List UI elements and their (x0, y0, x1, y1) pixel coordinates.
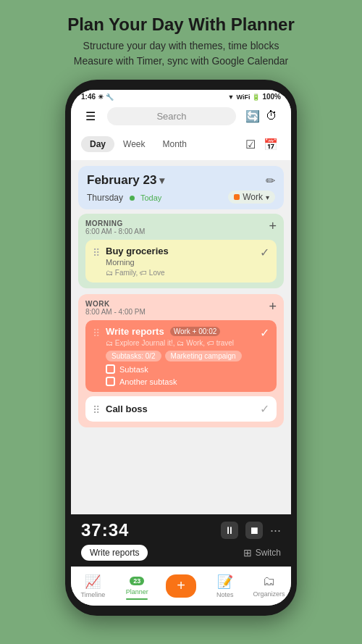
subtask-checkbox-1[interactable] (106, 364, 115, 374)
timer-stop-button[interactable]: ⏹ (245, 522, 263, 539)
switch-icon: ⊞ (243, 547, 252, 559)
date-header: February 23 ▾ ✏ Thursday Today Work ▾ (78, 166, 284, 209)
timer-badge: Work + 00:02 (170, 327, 221, 336)
calendar-sync-icon[interactable]: 📅 (261, 134, 281, 154)
nav-item-organizers[interactable]: 🗂 Organizers (251, 574, 287, 598)
scroll-content: February 23 ▾ ✏ Thursday Today Work ▾ (71, 160, 291, 514)
write-reports-row: ⠿ Write reports Work + 00:02 🗂 Explore J… (93, 326, 269, 386)
subtask-item-1: Subtask (106, 364, 254, 374)
work-dot-icon (234, 194, 240, 200)
timer-bar: 37:34 ⏸ ⏹ ··· (71, 514, 291, 543)
write-reports-title[interactable]: Write reports (106, 326, 164, 337)
nav-item-planner[interactable]: 23 Planner (119, 572, 155, 600)
drag-handle-icon-2[interactable]: ⠿ (93, 327, 100, 339)
wifi-icon: WiFi (237, 93, 251, 101)
timer-icon[interactable]: ⏱ (262, 106, 281, 125)
call-boss-check[interactable]: ✓ (260, 402, 269, 416)
morning-section: MORNING 6:00 AM - 8:00 AM + ⠿ Buy grocer… (78, 214, 284, 288)
top-nav: ☰ Search 🔄 ⏱ (71, 102, 291, 131)
planner-badge: 23 (130, 577, 144, 585)
timer-task-row: Write reports ⊞ Switch (71, 543, 291, 566)
work-section-info: WORK 8:00 AM - 4:00 PM (85, 300, 146, 316)
search-bar[interactable]: Search (107, 107, 236, 125)
checklist-icon[interactable]: ☑ (240, 134, 261, 154)
date-chevron-icon[interactable]: ▾ (159, 175, 164, 186)
tab-week[interactable]: Week (114, 136, 153, 152)
tab-month[interactable]: Month (153, 136, 195, 152)
work-time: 8:00 AM - 4:00 PM (85, 308, 146, 316)
notes-label: Notes (216, 591, 234, 598)
subtask-chip-1: Subtasks: 0/2 (106, 351, 161, 361)
planner-icon: 23 (130, 572, 144, 587)
work-tag[interactable]: Work ▾ (228, 191, 275, 204)
date-edit-icon[interactable]: ✏ (266, 174, 275, 188)
morning-time: 6:00 AM - 8:00 AM (85, 227, 145, 235)
subtask-chip-2: Marketing campaign (165, 351, 242, 361)
work-title: WORK (85, 300, 146, 308)
date-title: February 23 ▾ (87, 173, 164, 188)
work-section-header: WORK 8:00 AM - 4:00 PM + (85, 300, 277, 316)
timer-display: 37:34 (81, 520, 129, 540)
status-right: ▼ WiFi 🔋 100% (228, 93, 281, 101)
morning-title: MORNING (85, 219, 145, 227)
status-icon1: ☀ (98, 93, 104, 101)
timer-controls: ⏸ ⏹ ··· (221, 522, 281, 539)
app-title: Plan Your Day With Planner (14, 13, 348, 35)
nav-item-create[interactable]: + (163, 574, 199, 598)
view-tabs: Day Week Month ☑ 📅 (71, 131, 291, 160)
drag-handle-icon[interactable]: ⠿ (93, 247, 100, 259)
write-reports-card: ⠿ Write reports Work + 00:02 🗂 Explore J… (85, 320, 277, 392)
nav-item-notes[interactable]: 📝 Notes (207, 574, 243, 598)
drag-handle-icon-3[interactable]: ⠿ (93, 404, 100, 416)
status-icon2: 🔧 (106, 93, 114, 101)
work-add-button[interactable]: + (269, 300, 277, 313)
morning-task-check[interactable]: ✓ (260, 246, 269, 259)
signal-icon: ▼ (228, 93, 235, 101)
subtask-checkbox-2[interactable] (106, 377, 115, 386)
morning-task-card: ⠿ Buy groceries Morning 🗂 Family, 🏷 Love… (85, 240, 277, 283)
subtask-label-2: Another subtask (119, 377, 177, 386)
call-boss-title[interactable]: Call boss (106, 403, 254, 414)
morning-task-sub: Morning (106, 258, 254, 267)
nav-item-timeline[interactable]: 📈 Timeline (75, 574, 111, 598)
work-tag-label: Work (243, 192, 263, 202)
switch-button[interactable]: ⊞ Switch (243, 547, 281, 559)
write-reports-tags: 🗂 Explore Journal it!, 🗂 Work, 🏷 travel (106, 339, 254, 347)
subtask-label-1: Subtask (119, 365, 148, 374)
notes-icon: 📝 (217, 574, 233, 590)
battery-icon: 🔋 (252, 93, 260, 101)
work-tag-chevron: ▾ (266, 193, 269, 201)
app-subtitle: Structure your day with themes, time blo… (14, 38, 348, 69)
timer-more-button[interactable]: ··· (270, 523, 281, 538)
organizers-icon: 🗂 (263, 574, 276, 589)
write-reports-content: Write reports Work + 00:02 🗂 Explore Jou… (106, 326, 254, 386)
timer-pause-button[interactable]: ⏸ (221, 522, 238, 539)
bottom-nav: 📈 Timeline 23 Planner + 📝 Notes 🗂 (71, 566, 291, 606)
morning-task-tags: 🗂 Family, 🏷 Love (106, 269, 254, 277)
write-reports-check[interactable]: ✓ (260, 326, 269, 340)
menu-icon[interactable]: ☰ (81, 106, 100, 125)
tab-day[interactable]: Day (81, 136, 114, 152)
phone-frame: 1:46 ☀ 🔧 ▼ WiFi 🔋 100% ☰ Search 🔄 ⏱ Day … (65, 80, 297, 616)
status-bar: 1:46 ☀ 🔧 ▼ WiFi 🔋 100% (71, 90, 291, 102)
today-dot (130, 196, 135, 201)
planner-label: Planner (126, 588, 148, 595)
timer-task-label[interactable]: Write reports (81, 545, 148, 561)
day-label: Thursday Today (87, 191, 161, 204)
status-time: 1:46 (81, 93, 96, 101)
create-button[interactable]: + (166, 574, 196, 598)
phone-screen: 1:46 ☀ 🔧 ▼ WiFi 🔋 100% ☰ Search 🔄 ⏱ Day … (71, 90, 291, 606)
refresh-icon[interactable]: 🔄 (243, 106, 262, 125)
status-left: 1:46 ☀ 🔧 (81, 93, 114, 101)
create-icon: + (177, 577, 185, 594)
call-boss-card: ⠿ Call boss ✓ (85, 396, 277, 422)
battery-label: 100% (262, 93, 281, 101)
planner-underline (126, 598, 148, 600)
subtask-chips: Subtasks: 0/2 Marketing campaign (106, 351, 254, 361)
morning-add-button[interactable]: + (269, 219, 277, 233)
organizers-label: Organizers (253, 590, 285, 598)
work-section: WORK 8:00 AM - 4:00 PM + ⠿ Write reports (78, 294, 284, 427)
morning-task-title[interactable]: Buy groceries (106, 246, 254, 256)
date-sub: Thursday Today Work ▾ (87, 191, 275, 204)
morning-section-header: MORNING 6:00 AM - 8:00 AM + (85, 219, 277, 235)
